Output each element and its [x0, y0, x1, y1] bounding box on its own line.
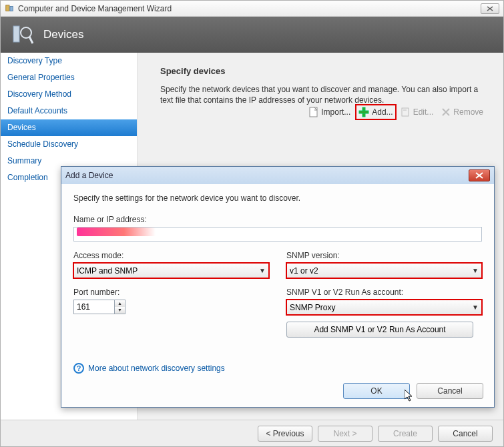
btn-label: Add SNMP V1 or V2 Run As Account: [314, 325, 445, 334]
svg-rect-9: [359, 111, 368, 113]
btn-label: Create: [393, 429, 417, 438]
runas-label: SNMP V1 or V2 Run As account:: [286, 288, 482, 297]
name-label: Name or IP address:: [73, 215, 482, 224]
help-icon: ?: [73, 363, 84, 374]
cancel-button[interactable]: Cancel: [438, 426, 493, 442]
snmp-version-combo[interactable]: v1 or v2 ▼: [286, 263, 482, 278]
sidebar-item-label: Completion: [7, 173, 48, 182]
next-button: Next >: [318, 426, 372, 442]
sidebar-item-label: Default Accounts: [7, 106, 67, 115]
svg-rect-4: [13, 26, 19, 42]
tool-label: Add...: [372, 107, 393, 117]
banner-title: Devices: [43, 28, 83, 41]
plus-icon: [358, 107, 369, 117]
sidebar-item-label: Discovery Method: [7, 89, 71, 99]
combo-value: SNMP Proxy: [290, 303, 335, 312]
remove-icon: [441, 107, 451, 117]
spin-down-icon[interactable]: ▼: [115, 307, 125, 314]
svg-rect-1: [10, 6, 13, 11]
port-label: Port number:: [73, 288, 269, 297]
edit-icon: [401, 107, 411, 117]
col-port: Port number: ▲ ▼: [73, 288, 269, 338]
edit-button: Edit...: [399, 105, 437, 119]
dialog-cancel-button[interactable]: Cancel: [417, 383, 483, 399]
previous-button[interactable]: < Previous: [258, 426, 312, 442]
banner-icon: [11, 23, 34, 46]
port-spinner[interactable]: ▲ ▼: [115, 300, 125, 314]
col-access: Access mode: ICMP and SNMP ▼: [73, 251, 269, 278]
btn-label: Cancel: [437, 386, 462, 396]
svg-point-5: [21, 27, 31, 38]
tool-label: Import...: [321, 107, 350, 117]
svg-rect-0: [6, 5, 9, 11]
btn-label: OK: [370, 386, 382, 396]
snmp-version-label: SNMP version:: [286, 251, 482, 260]
wizard-window: Computer and Device Management Wizard De…: [0, 0, 504, 447]
redacted-value: [77, 228, 156, 236]
tool-label: Edit...: [413, 107, 434, 117]
svg-rect-10: [402, 108, 409, 116]
window-close-button[interactable]: [481, 3, 499, 14]
sidebar-item-general-properties[interactable]: General Properties: [1, 69, 137, 86]
ok-button[interactable]: OK: [343, 383, 410, 399]
combo-value: ICMP and SNMP: [77, 266, 138, 276]
dialog-title-bar: Add a Device: [61, 167, 494, 184]
sidebar-item-label: Discovery Type: [7, 56, 62, 65]
wizard-banner: Devices: [1, 17, 503, 53]
create-button: Create: [378, 426, 433, 442]
tool-label: Remove: [453, 107, 483, 117]
add-device-dialog: Add a Device Specify the settings for th…: [61, 166, 495, 408]
sidebar-item-schedule-discovery[interactable]: Schedule Discovery: [1, 136, 137, 153]
btn-label: Next >: [333, 429, 356, 438]
dialog-footer: OK Cancel: [343, 383, 483, 399]
chevron-down-icon: ▼: [259, 267, 266, 274]
access-mode-label: Access mode:: [73, 251, 269, 260]
window-title-bar: Computer and Device Management Wizard: [1, 1, 503, 17]
import-button[interactable]: Import...: [306, 105, 353, 119]
sidebar-item-discovery-type[interactable]: Discovery Type: [1, 53, 137, 69]
combo-value: v1 or v2: [290, 266, 318, 276]
runas-combo[interactable]: SNMP Proxy ▼: [286, 300, 482, 315]
dialog-title: Add a Device: [65, 171, 469, 180]
remove-button: Remove: [439, 105, 486, 119]
app-icon: [5, 4, 14, 13]
sidebar-item-label: General Properties: [7, 73, 75, 82]
row-access-snmp: Access mode: ICMP and SNMP ▼ SNMP versio…: [73, 251, 482, 278]
sidebar-item-label: Devices: [7, 123, 36, 132]
btn-label: < Previous: [266, 429, 304, 438]
add-runas-account-button[interactable]: Add SNMP V1 or V2 Run As Account: [286, 322, 473, 338]
dialog-close-button[interactable]: [469, 169, 490, 181]
sidebar-item-label: Schedule Discovery: [7, 139, 78, 149]
close-icon: [475, 172, 483, 179]
sidebar-item-default-accounts[interactable]: Default Accounts: [1, 103, 137, 119]
help-label: More about network discovery settings: [88, 364, 225, 373]
add-button[interactable]: Add...: [356, 105, 395, 119]
chevron-down-icon: ▼: [472, 267, 479, 274]
port-box: ▲ ▼: [73, 300, 269, 314]
content-description: Specify the network devices that you wan…: [160, 84, 481, 105]
close-icon: [487, 6, 493, 11]
svg-line-6: [29, 37, 33, 43]
wizard-footer: < Previous Next > Create Cancel: [1, 420, 503, 446]
device-toolbar: Import... Add... Edit... Remove: [306, 105, 486, 119]
port-input[interactable]: [73, 300, 115, 314]
dialog-body: Specify the settings for the network dev…: [61, 184, 494, 407]
sidebar-item-devices[interactable]: Devices: [1, 119, 137, 136]
row-port-runas: Port number: ▲ ▼ SNMP V1 or V2 Run As ac…: [73, 288, 482, 338]
chevron-down-icon: ▼: [472, 304, 479, 311]
content-heading: Specify devices: [160, 66, 486, 76]
sidebar-item-label: Summary: [7, 156, 41, 165]
btn-label: Cancel: [453, 429, 477, 438]
dialog-intro: Specify the settings for the network dev…: [73, 193, 482, 203]
access-mode-combo[interactable]: ICMP and SNMP ▼: [73, 263, 269, 278]
import-icon: [309, 107, 318, 117]
help-link[interactable]: ? More about network discovery settings: [73, 363, 225, 374]
name-input[interactable]: [73, 227, 482, 242]
col-snmpver: SNMP version: v1 or v2 ▼: [286, 251, 482, 278]
sidebar-item-discovery-method[interactable]: Discovery Method: [1, 86, 137, 103]
col-runas: SNMP V1 or V2 Run As account: SNMP Proxy…: [286, 288, 482, 338]
spin-up-icon[interactable]: ▲: [115, 300, 125, 307]
window-title: Computer and Device Management Wizard: [18, 4, 481, 13]
